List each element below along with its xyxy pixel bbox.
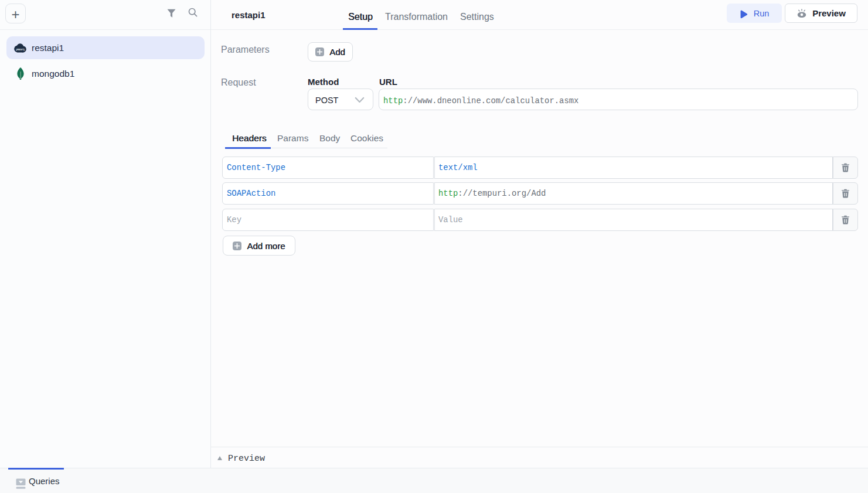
svg-text:{REST}: {REST} (16, 47, 25, 50)
